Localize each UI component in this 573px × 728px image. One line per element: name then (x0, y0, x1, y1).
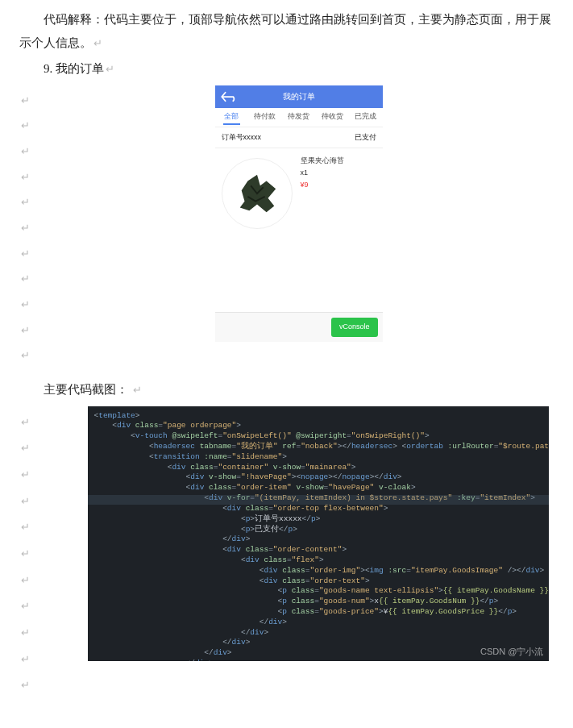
product-info: 坚果夹心海苔 x1 ¥9 (301, 155, 344, 192)
code-caption: 主要代码截图： ↵ (19, 378, 554, 401)
crlf-mark: ↵ (21, 492, 44, 512)
crlf-mark: ↵ (21, 193, 44, 213)
phone-screenshot-row: ↵ ↵ ↵ ↵ ↵ ↵ ↵ ↵ ↵ ↵ ↵ 我的订单 全部 待 (19, 85, 554, 372)
phone-bottom-bar: vConsole (215, 312, 383, 341)
section-9-text: 9. 我的订单 (44, 62, 104, 75)
crlf-mark: ↵ (93, 37, 102, 49)
crlf-mark: ↵ (21, 142, 44, 162)
code-screenshot-row: ↵ ↵ ↵ ↵ ↵ ↵ ↵ ↵ ↵ ↵ ↵ <template> <div cl… (19, 406, 554, 703)
section-9-heading: 9. 我的订单↵ (19, 57, 554, 81)
goods-num: x1 (301, 167, 344, 179)
document-body: 代码解释：代码主要位于，顶部导航依然可以通过路由跳转回到首页，主要为静态页面，用… (0, 0, 573, 702)
crlf-mark: ↵ (133, 384, 142, 396)
crlf-mark: ↵ (106, 63, 114, 75)
crlf-mark: ↵ (21, 571, 44, 591)
crlf-mark: ↵ (21, 597, 44, 617)
crlf-mark: ↵ (21, 321, 44, 341)
crlf-mark: ↵ (21, 544, 44, 564)
tab-pending-ship[interactable]: 待发货 (282, 110, 316, 123)
left-crlf-column-2: ↵ ↵ ↵ ↵ ↵ ↵ ↵ ↵ ↵ ↵ ↵ (21, 406, 44, 703)
vconsole-button[interactable]: vConsole (331, 318, 378, 336)
crlf-mark: ↵ (21, 269, 44, 289)
goods-price: ¥9 (301, 179, 344, 191)
crlf-mark: ↵ (21, 465, 44, 485)
crlf-mark: ↵ (21, 518, 44, 538)
order-status: 已支付 (355, 131, 376, 144)
crlf-mark: ↵ (21, 244, 44, 264)
phone-mockup: 我的订单 全部 待付款 待发货 待收货 已完成 订单号xxxxx 已支付 (215, 85, 383, 342)
crlf-mark: ↵ (21, 623, 44, 643)
phone-tabs: 全部 待付款 待发货 待收货 已完成 (215, 108, 383, 127)
left-crlf-column: ↵ ↵ ↵ ↵ ↵ ↵ ↵ ↵ ↵ ↵ ↵ (21, 85, 44, 372)
phone-header: 我的订单 (215, 85, 383, 108)
crlf-mark: ↵ (21, 295, 44, 315)
phone-page-title: 我的订单 (215, 89, 383, 104)
crlf-mark: ↵ (21, 650, 44, 670)
crlf-mark: ↵ (21, 168, 44, 188)
crlf-mark: ↵ (21, 676, 44, 696)
csdn-watermark: CSDN @宁小流 (480, 646, 543, 658)
highlighted-line (88, 495, 549, 505)
product-image (222, 158, 293, 229)
crlf-mark: ↵ (21, 91, 44, 111)
tab-pending-receive[interactable]: 待收货 (315, 110, 349, 123)
goods-name: 坚果夹心海苔 (301, 155, 344, 167)
crlf-mark: ↵ (21, 346, 44, 366)
intro-paragraph: 代码解释：代码主要位于，顶部导航依然可以通过路由跳转回到首页，主要为静态页面，用… (19, 8, 554, 54)
crlf-mark: ↵ (21, 218, 44, 239)
seaweed-icon (234, 170, 280, 217)
crlf-mark: ↵ (21, 439, 44, 459)
order-content: 坚果夹心海苔 x1 ¥9 (215, 148, 383, 313)
tab-done[interactable]: 已完成 (349, 110, 383, 123)
crlf-mark: ↵ (21, 116, 44, 136)
code-editor-screenshot: <template> <div class="page orderpage"> … (88, 406, 549, 661)
code-caption-text: 主要代码截图： (44, 383, 128, 396)
tab-all[interactable]: 全部 (215, 110, 249, 123)
tab-pending-pay[interactable]: 待付款 (248, 110, 282, 123)
order-top-row: 订单号xxxxx 已支付 (215, 127, 383, 148)
crlf-mark: ↵ (21, 413, 44, 433)
order-number: 订单号xxxxx (222, 131, 262, 144)
